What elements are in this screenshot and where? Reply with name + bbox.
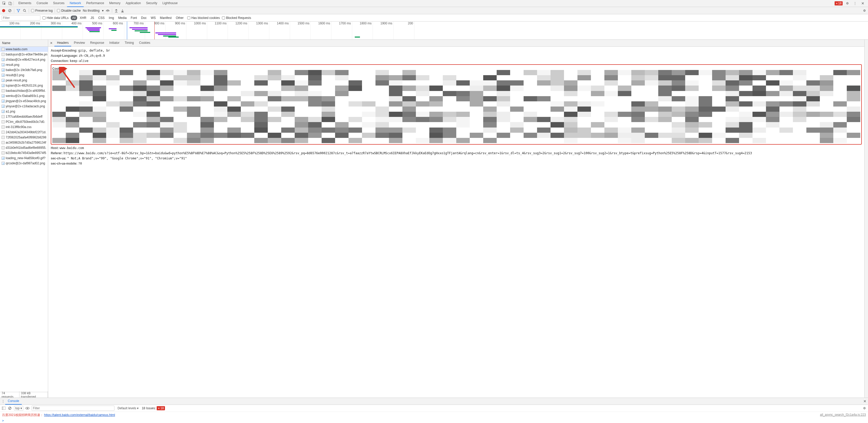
live-expression-icon[interactable] <box>25 406 30 410</box>
type-pill-xhr[interactable]: XHR <box>78 16 88 20</box>
disable-cache-checkbox[interactable]: Disable cache <box>57 9 81 12</box>
preserve-log-checkbox[interactable]: Preserve log <box>31 9 53 12</box>
tab-application[interactable]: Application <box>123 0 144 7</box>
console-filter-input[interactable] <box>32 406 115 411</box>
detail-tab-timing[interactable]: Timing <box>122 40 136 47</box>
detail-tab-initiator[interactable]: Initiator <box>107 40 122 47</box>
tab-memory[interactable]: Memory <box>107 0 123 7</box>
tab-performance[interactable]: Performance <box>84 0 107 7</box>
file-type-icon <box>2 58 5 61</box>
request-list[interactable]: www.baidu.combaiduyun@2x-e0be79e69e.pnzh… <box>0 47 48 392</box>
close-drawer-icon[interactable]: ✕ <box>863 399 867 403</box>
search-icon[interactable] <box>23 8 27 13</box>
console-tab[interactable]: Console <box>5 398 22 404</box>
file-type-icon <box>2 125 5 129</box>
request-row[interactable]: result@2.png <box>0 73 48 78</box>
more-vert-icon[interactable]: ⋮ <box>853 1 857 5</box>
request-row[interactable]: loading_new-f4a658cef0.gif? <box>0 156 48 161</box>
close-detail-icon[interactable]: ✕ <box>48 41 54 45</box>
request-row[interactable]: baike@2x-1fe3db7fa6.png <box>0 67 48 73</box>
detail-tab-preview[interactable]: Preview <box>71 40 88 47</box>
headers-body[interactable]: Accept-Encoding: gzip, deflate, brAccept… <box>48 47 864 398</box>
network-settings-gear-icon[interactable]: ⚙ <box>862 8 866 13</box>
network-conditions-icon[interactable] <box>106 8 110 13</box>
file-type-icon <box>2 94 5 97</box>
type-pill-img[interactable]: Img <box>107 16 116 20</box>
inspect-element-icon[interactable] <box>2 1 6 5</box>
console-settings-gear-icon[interactable]: ⚙ <box>862 406 866 410</box>
file-type-icon <box>2 100 5 103</box>
request-row[interactable]: yinyue@2x-c18adacacb.png <box>0 104 48 109</box>
request-row[interactable]: PCtm_d9c8750bed0b3c7d0. <box>0 119 48 124</box>
request-row[interactable]: 242dd42a2834349bbf22f71d. <box>0 130 48 135</box>
request-row[interactable]: b219ebc4b74543a9e89574f5 <box>0 150 48 156</box>
request-row[interactable]: 72f082025aafa40f8982b8298 <box>0 135 48 140</box>
request-row[interactable]: jingyan@2x-e53eac48cb.png <box>0 98 48 104</box>
tab-network[interactable]: Network <box>67 0 84 7</box>
issues-label[interactable]: 18 Issues: ✕ 18 <box>142 406 165 410</box>
tab-lighthouse[interactable]: Lighthouse <box>160 0 180 7</box>
request-row[interactable]: qrcode@2x-daf987ad02.png <box>0 161 48 166</box>
context-select[interactable]: top ▾ <box>14 406 23 411</box>
device-toolbar-icon[interactable] <box>8 1 12 5</box>
throttling-select[interactable]: No throttling ▾ <box>83 9 104 12</box>
clear-console-icon[interactable] <box>8 406 12 410</box>
request-row[interactable]: 17f7cafdbeddd6aecfb6deff <box>0 114 48 119</box>
type-pill-css[interactable]: CSS <box>97 16 106 20</box>
request-list-header[interactable]: Name <box>0 40 48 47</box>
export-har-icon[interactable] <box>120 8 125 13</box>
record-button[interactable] <box>2 8 6 13</box>
type-pill-doc[interactable]: Doc <box>140 16 148 20</box>
type-pill-font[interactable]: Font <box>129 16 138 20</box>
file-type-icon <box>2 74 5 77</box>
request-row[interactable]: a1.png <box>0 109 48 114</box>
log-levels-select[interactable]: Default levels ▾ <box>117 406 140 410</box>
tab-security[interactable]: Security <box>144 0 160 7</box>
blocked-requests-checkbox[interactable]: Blocked Requests <box>222 16 251 20</box>
type-pill-js[interactable]: JS <box>89 16 96 20</box>
header-value: gzip, deflate, br <box>78 49 110 52</box>
request-row[interactable]: ac345982b2b7d0a27596134f <box>0 140 48 145</box>
type-pill-ws[interactable]: WS <box>149 16 157 20</box>
request-row[interactable]: init-313ff8c90a.css <box>0 124 48 130</box>
type-pill-other[interactable]: Other <box>174 16 185 20</box>
console-prompt[interactable]: > <box>0 418 868 423</box>
request-name: d31b0ef41bd5ad6ef8e88955. <box>6 146 46 149</box>
detail-tab-headers[interactable]: Headers <box>54 40 71 47</box>
request-row[interactable]: baiduyun@2x-e0be79e69e.pn <box>0 52 48 57</box>
scrollbar[interactable] <box>864 40 868 398</box>
settings-gear-icon[interactable]: ⚙ <box>845 1 849 5</box>
request-row[interactable]: d31b0ef41bd5ad6ef8e88955. <box>0 145 48 150</box>
tab-sources[interactable]: Sources <box>51 0 67 7</box>
request-row[interactable]: wenku@2x-f3aba893c1.png <box>0 93 48 98</box>
request-row[interactable]: www.baidu.com <box>0 47 48 52</box>
filter-toggle-icon[interactable] <box>16 8 21 13</box>
tab-console[interactable]: Console <box>34 0 51 7</box>
clear-button[interactable] <box>8 8 12 13</box>
issues-badge[interactable]: ✕ 18 <box>835 1 843 5</box>
type-pill-manifest[interactable]: Manifest <box>158 16 173 20</box>
request-row[interactable]: peak-result.png <box>0 78 48 83</box>
tab-elements[interactable]: Elements <box>16 0 34 7</box>
type-pill-all[interactable]: All <box>71 16 77 20</box>
request-name: PCtm_d9c8750bed0b3c7d0. <box>6 120 45 124</box>
has-blocked-cookies-checkbox[interactable]: Has blocked cookies <box>187 16 220 20</box>
request-row[interactable]: zhidao@2x-e9b427ecc4.png <box>0 57 48 62</box>
request-row[interactable]: baobaozhidao@2x-af409f9d. <box>0 88 48 93</box>
import-har-icon[interactable] <box>114 8 118 13</box>
drawer-menu-icon[interactable]: ⋮ <box>1 399 5 403</box>
log-message-link[interactable]: https://talent.baidu.com/external/baidu/… <box>44 413 115 417</box>
detail-tab-cookies[interactable]: Cookies <box>136 40 153 47</box>
hide-data-urls-checkbox[interactable]: Hide data URLs <box>42 16 69 20</box>
filter-input[interactable] <box>2 15 40 21</box>
detail-tab-response[interactable]: Response <box>88 40 107 47</box>
log-source-link[interactable]: all_async_search_f2c1a4a.js:223 <box>820 413 866 417</box>
console-sidebar-toggle-icon[interactable] <box>2 406 6 410</box>
close-devtools-icon[interactable]: ✕ <box>861 1 865 5</box>
request-row[interactable]: result.png <box>0 62 48 67</box>
timeline-overview[interactable]: 100 ms200 ms300 ms400 ms500 ms600 ms700 … <box>0 22 868 40</box>
request-row[interactable]: tupian@2x-482fc011fc.png <box>0 83 48 88</box>
type-pill-media[interactable]: Media <box>117 16 128 20</box>
request-name: loading_new-f4a658cef0.gif? <box>6 156 45 160</box>
detail-tabs: ✕ HeadersPreviewResponseInitiatorTimingC… <box>48 40 864 47</box>
